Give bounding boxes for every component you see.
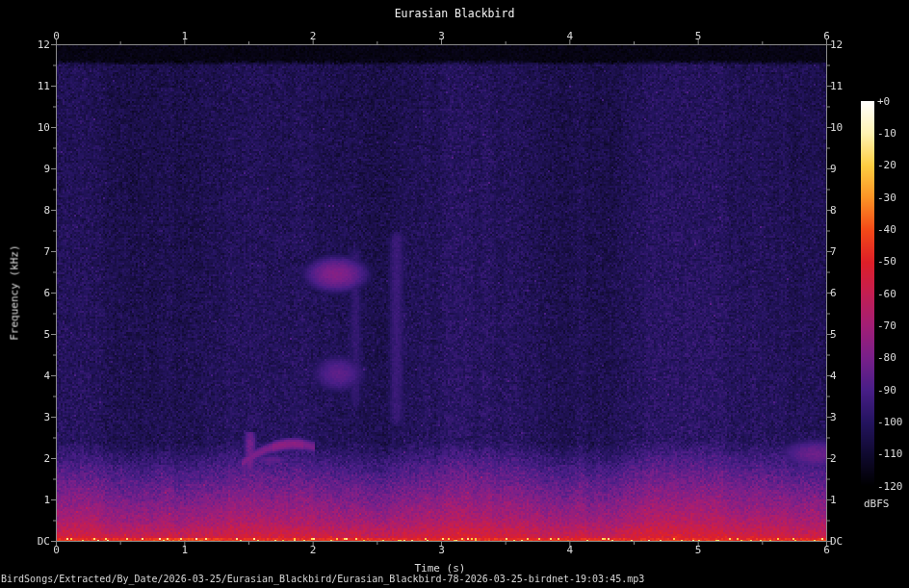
freq-tick-label-left: 12 xyxy=(38,38,50,51)
time-tick-label-bottom: 3 xyxy=(428,544,456,556)
colorbar-tick-label: -20 xyxy=(877,159,896,171)
colorbar-tick-label: -70 xyxy=(877,320,896,332)
spectrogram-canvas xyxy=(0,0,909,588)
freq-tick-label-left: 7 xyxy=(43,245,50,258)
colorbar-tick-label: -80 xyxy=(877,351,896,364)
time-tick-label-top: 4 xyxy=(556,30,584,42)
time-tick-label-top: 2 xyxy=(299,30,327,42)
freq-tick-label-left: 10 xyxy=(38,121,50,134)
freq-tick-label-right: 11 xyxy=(830,80,843,92)
freq-tick-label-left: 11 xyxy=(38,80,50,92)
freq-tick-label-right: 6 xyxy=(830,287,837,299)
colorbar-tick-label: -100 xyxy=(877,416,903,428)
time-tick-label-bottom: 5 xyxy=(684,544,713,556)
freq-tick-label-left: 6 xyxy=(43,287,50,299)
colorbar-tick-label: -40 xyxy=(877,223,896,236)
freq-tick-label-right: 8 xyxy=(830,204,837,217)
time-tick-label-bottom: 4 xyxy=(556,544,584,556)
time-tick-label-top: 5 xyxy=(684,30,713,42)
colorbar-tick-label: -120 xyxy=(877,480,903,493)
freq-tick-label-left: 9 xyxy=(43,163,50,175)
freq-tick-label-left: 4 xyxy=(43,370,50,382)
colorbar-tick-label: -30 xyxy=(877,192,896,204)
freq-tick-label-right: 1 xyxy=(830,494,837,506)
chart-title: Eurasian Blackbird xyxy=(0,7,909,20)
freq-tick-label-left: 2 xyxy=(43,452,50,465)
freq-tick-label-right: 5 xyxy=(830,328,837,341)
colorbar-tick-label: -90 xyxy=(877,384,896,396)
time-tick-label-bottom: 1 xyxy=(170,544,199,556)
freq-tick-label-right: 4 xyxy=(830,370,837,382)
freq-tick-label-right: 2 xyxy=(830,452,837,465)
colorbar-tick-label: -50 xyxy=(877,255,896,268)
colorbar-tick-label: +0 xyxy=(877,95,890,108)
freq-tick-label-left: 8 xyxy=(43,204,50,217)
time-tick-label-bottom: 2 xyxy=(299,544,327,556)
frequency-axis-label: Frequency (kHz) xyxy=(9,244,21,340)
file-path: BirdSongs/Extracted/By_Date/2026-03-25/E… xyxy=(1,574,644,584)
freq-tick-label-right: 7 xyxy=(830,245,837,258)
colorbar-tick-label: -10 xyxy=(877,127,896,140)
spectrogram-page: Eurasian Blackbird Frequency (kHz) Time … xyxy=(0,0,909,588)
time-tick-label-top: 1 xyxy=(170,30,199,42)
freq-tick-label-right: 10 xyxy=(830,121,843,134)
freq-tick-label-right: 9 xyxy=(830,163,837,175)
time-tick-label-top: 3 xyxy=(428,30,456,42)
freq-tick-label-right: 12 xyxy=(830,38,843,51)
colorbar-tick-label: -110 xyxy=(877,447,903,460)
colorbar-tick-label: -60 xyxy=(877,288,896,300)
freq-tick-label-left: 3 xyxy=(43,411,50,423)
freq-tick-label-left: DC xyxy=(38,535,50,548)
freq-tick-label-left: 5 xyxy=(43,328,50,341)
freq-tick-label-left: 1 xyxy=(43,494,50,506)
colorbar-unit-label: dBFS xyxy=(864,498,890,510)
freq-tick-label-right: DC xyxy=(830,535,843,548)
freq-tick-label-right: 3 xyxy=(830,411,837,423)
